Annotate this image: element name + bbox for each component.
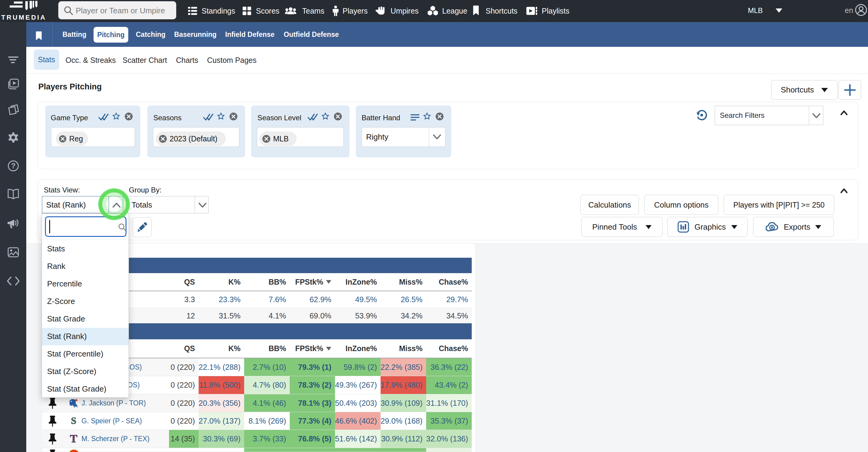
svg-text:T: T	[70, 433, 77, 445]
svg-text:?: ?	[11, 162, 16, 170]
svg-text:S: S	[71, 415, 76, 426]
